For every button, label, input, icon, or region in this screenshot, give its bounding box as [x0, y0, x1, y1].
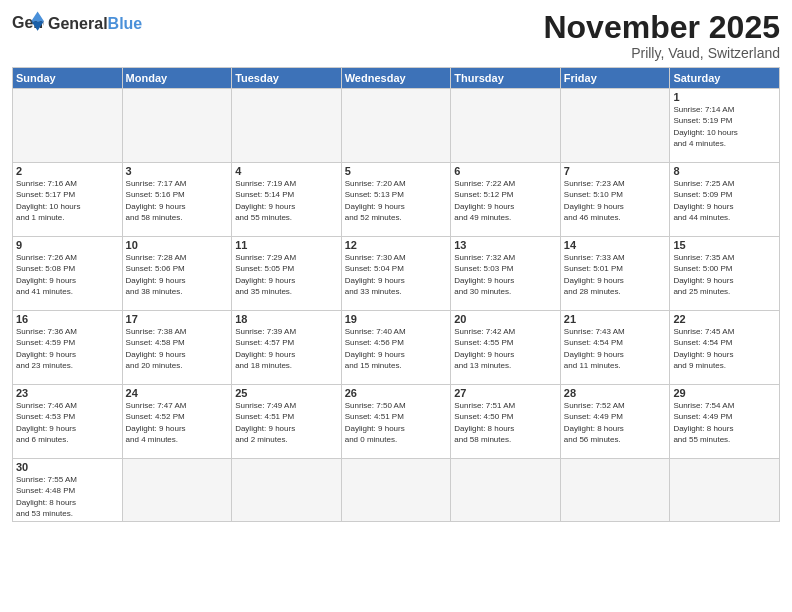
table-row — [560, 459, 670, 522]
day-number: 25 — [235, 387, 338, 399]
day-number: 9 — [16, 239, 119, 251]
table-row: 10Sunrise: 7:28 AM Sunset: 5:06 PM Dayli… — [122, 237, 232, 311]
day-number: 15 — [673, 239, 776, 251]
col-saturday: Saturday — [670, 68, 780, 89]
day-info: Sunrise: 7:30 AM Sunset: 5:04 PM Dayligh… — [345, 252, 448, 297]
day-info: Sunrise: 7:28 AM Sunset: 5:06 PM Dayligh… — [126, 252, 229, 297]
table-row: 4Sunrise: 7:19 AM Sunset: 5:14 PM Daylig… — [232, 163, 342, 237]
table-row — [560, 89, 670, 163]
day-info: Sunrise: 7:17 AM Sunset: 5:16 PM Dayligh… — [126, 178, 229, 223]
day-number: 16 — [16, 313, 119, 325]
day-number: 21 — [564, 313, 667, 325]
calendar-week-0: 1Sunrise: 7:14 AM Sunset: 5:19 PM Daylig… — [13, 89, 780, 163]
day-info: Sunrise: 7:35 AM Sunset: 5:00 PM Dayligh… — [673, 252, 776, 297]
day-info: Sunrise: 7:36 AM Sunset: 4:59 PM Dayligh… — [16, 326, 119, 371]
table-row: 14Sunrise: 7:33 AM Sunset: 5:01 PM Dayli… — [560, 237, 670, 311]
title-area: November 2025 Prilly, Vaud, Switzerland — [543, 10, 780, 61]
table-row: 19Sunrise: 7:40 AM Sunset: 4:56 PM Dayli… — [341, 311, 451, 385]
table-row: 13Sunrise: 7:32 AM Sunset: 5:03 PM Dayli… — [451, 237, 561, 311]
col-wednesday: Wednesday — [341, 68, 451, 89]
header-row: Sunday Monday Tuesday Wednesday Thursday… — [13, 68, 780, 89]
header: General GeneralBlue November 2025 Prilly… — [12, 10, 780, 61]
calendar-week-5: 30Sunrise: 7:55 AM Sunset: 4:48 PM Dayli… — [13, 459, 780, 522]
table-row: 12Sunrise: 7:30 AM Sunset: 5:04 PM Dayli… — [341, 237, 451, 311]
table-row: 9Sunrise: 7:26 AM Sunset: 5:08 PM Daylig… — [13, 237, 123, 311]
day-info: Sunrise: 7:29 AM Sunset: 5:05 PM Dayligh… — [235, 252, 338, 297]
day-number: 18 — [235, 313, 338, 325]
day-info: Sunrise: 7:38 AM Sunset: 4:58 PM Dayligh… — [126, 326, 229, 371]
day-number: 3 — [126, 165, 229, 177]
day-number: 20 — [454, 313, 557, 325]
table-row — [13, 89, 123, 163]
col-friday: Friday — [560, 68, 670, 89]
table-row: 1Sunrise: 7:14 AM Sunset: 5:19 PM Daylig… — [670, 89, 780, 163]
day-info: Sunrise: 7:51 AM Sunset: 4:50 PM Dayligh… — [454, 400, 557, 445]
calendar-page: General GeneralBlue November 2025 Prilly… — [0, 0, 792, 612]
logo: General GeneralBlue — [12, 10, 142, 38]
table-row: 8Sunrise: 7:25 AM Sunset: 5:09 PM Daylig… — [670, 163, 780, 237]
table-row: 16Sunrise: 7:36 AM Sunset: 4:59 PM Dayli… — [13, 311, 123, 385]
day-number: 12 — [345, 239, 448, 251]
day-info: Sunrise: 7:46 AM Sunset: 4:53 PM Dayligh… — [16, 400, 119, 445]
table-row — [670, 459, 780, 522]
day-number: 6 — [454, 165, 557, 177]
day-info: Sunrise: 7:25 AM Sunset: 5:09 PM Dayligh… — [673, 178, 776, 223]
table-row: 20Sunrise: 7:42 AM Sunset: 4:55 PM Dayli… — [451, 311, 561, 385]
day-number: 28 — [564, 387, 667, 399]
table-row: 22Sunrise: 7:45 AM Sunset: 4:54 PM Dayli… — [670, 311, 780, 385]
day-info: Sunrise: 7:40 AM Sunset: 4:56 PM Dayligh… — [345, 326, 448, 371]
table-row: 30Sunrise: 7:55 AM Sunset: 4:48 PM Dayli… — [13, 459, 123, 522]
table-row: 28Sunrise: 7:52 AM Sunset: 4:49 PM Dayli… — [560, 385, 670, 459]
col-thursday: Thursday — [451, 68, 561, 89]
day-info: Sunrise: 7:23 AM Sunset: 5:10 PM Dayligh… — [564, 178, 667, 223]
day-number: 24 — [126, 387, 229, 399]
table-row: 24Sunrise: 7:47 AM Sunset: 4:52 PM Dayli… — [122, 385, 232, 459]
table-row — [341, 459, 451, 522]
month-title: November 2025 — [543, 10, 780, 45]
day-info: Sunrise: 7:22 AM Sunset: 5:12 PM Dayligh… — [454, 178, 557, 223]
day-info: Sunrise: 7:52 AM Sunset: 4:49 PM Dayligh… — [564, 400, 667, 445]
col-sunday: Sunday — [13, 68, 123, 89]
table-row — [451, 459, 561, 522]
day-number: 29 — [673, 387, 776, 399]
day-info: Sunrise: 7:50 AM Sunset: 4:51 PM Dayligh… — [345, 400, 448, 445]
day-info: Sunrise: 7:45 AM Sunset: 4:54 PM Dayligh… — [673, 326, 776, 371]
table-row: 3Sunrise: 7:17 AM Sunset: 5:16 PM Daylig… — [122, 163, 232, 237]
table-row — [122, 459, 232, 522]
table-row: 17Sunrise: 7:38 AM Sunset: 4:58 PM Dayli… — [122, 311, 232, 385]
day-info: Sunrise: 7:16 AM Sunset: 5:17 PM Dayligh… — [16, 178, 119, 223]
col-monday: Monday — [122, 68, 232, 89]
table-row: 18Sunrise: 7:39 AM Sunset: 4:57 PM Dayli… — [232, 311, 342, 385]
day-info: Sunrise: 7:19 AM Sunset: 5:14 PM Dayligh… — [235, 178, 338, 223]
day-number: 23 — [16, 387, 119, 399]
day-info: Sunrise: 7:49 AM Sunset: 4:51 PM Dayligh… — [235, 400, 338, 445]
logo-icon: General — [12, 10, 44, 38]
table-row: 5Sunrise: 7:20 AM Sunset: 5:13 PM Daylig… — [341, 163, 451, 237]
table-row — [341, 89, 451, 163]
day-number: 7 — [564, 165, 667, 177]
day-number: 13 — [454, 239, 557, 251]
logo-general: General — [48, 15, 108, 32]
day-info: Sunrise: 7:43 AM Sunset: 4:54 PM Dayligh… — [564, 326, 667, 371]
day-info: Sunrise: 7:55 AM Sunset: 4:48 PM Dayligh… — [16, 474, 119, 519]
calendar-week-4: 23Sunrise: 7:46 AM Sunset: 4:53 PM Dayli… — [13, 385, 780, 459]
day-number: 2 — [16, 165, 119, 177]
day-number: 27 — [454, 387, 557, 399]
table-row: 11Sunrise: 7:29 AM Sunset: 5:05 PM Dayli… — [232, 237, 342, 311]
day-number: 17 — [126, 313, 229, 325]
day-number: 11 — [235, 239, 338, 251]
table-row: 7Sunrise: 7:23 AM Sunset: 5:10 PM Daylig… — [560, 163, 670, 237]
table-row — [232, 89, 342, 163]
day-info: Sunrise: 7:33 AM Sunset: 5:01 PM Dayligh… — [564, 252, 667, 297]
calendar-week-3: 16Sunrise: 7:36 AM Sunset: 4:59 PM Dayli… — [13, 311, 780, 385]
col-tuesday: Tuesday — [232, 68, 342, 89]
day-info: Sunrise: 7:20 AM Sunset: 5:13 PM Dayligh… — [345, 178, 448, 223]
calendar-week-1: 2Sunrise: 7:16 AM Sunset: 5:17 PM Daylig… — [13, 163, 780, 237]
day-number: 8 — [673, 165, 776, 177]
table-row — [232, 459, 342, 522]
logo-blue: Blue — [108, 15, 143, 32]
day-info: Sunrise: 7:14 AM Sunset: 5:19 PM Dayligh… — [673, 104, 776, 149]
table-row: 21Sunrise: 7:43 AM Sunset: 4:54 PM Dayli… — [560, 311, 670, 385]
table-row: 6Sunrise: 7:22 AM Sunset: 5:12 PM Daylig… — [451, 163, 561, 237]
day-info: Sunrise: 7:26 AM Sunset: 5:08 PM Dayligh… — [16, 252, 119, 297]
